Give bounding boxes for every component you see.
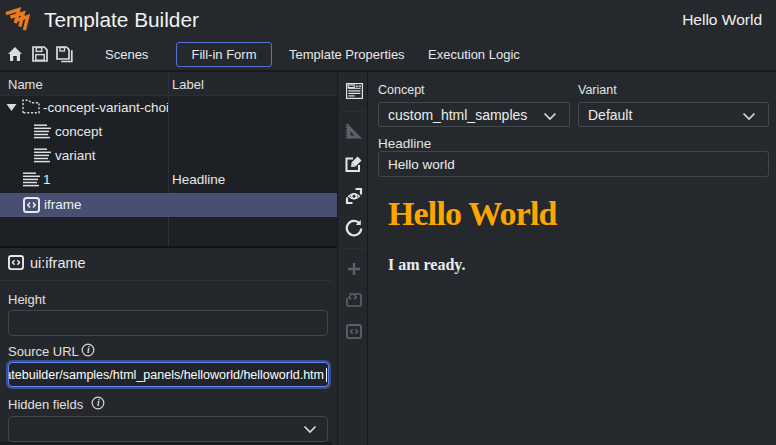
svg-text:i: i (87, 345, 90, 355)
svg-text:i: i (97, 398, 100, 408)
